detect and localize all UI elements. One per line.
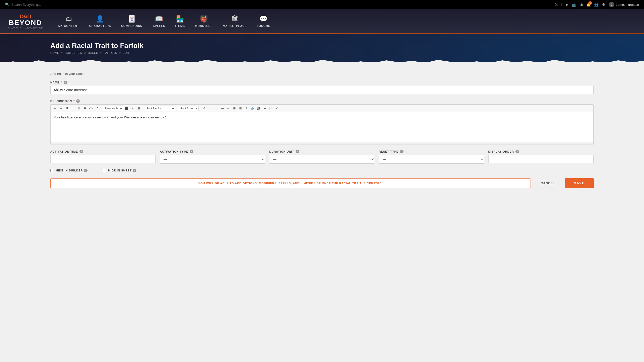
activation-time-input[interactable] <box>50 155 156 163</box>
breadcrumb-sep2: // <box>84 51 86 54</box>
settings-icon[interactable]: ⚙ <box>602 3 605 7</box>
display-order-info[interactable]: ? <box>515 150 519 153</box>
breadcrumb-races[interactable]: RACES <box>88 51 98 54</box>
reset-type-info[interactable]: ? <box>400 150 404 153</box>
breadcrumb-edit[interactable]: EDIT <box>123 51 130 54</box>
undo-button[interactable]: ↩ <box>52 106 58 111</box>
bold-button[interactable]: B <box>64 106 70 111</box>
items-icon: 🏪 <box>176 15 184 23</box>
font-family-select[interactable]: Font Family Arial Times New Roman <box>144 106 175 111</box>
redo-button[interactable]: ↪ <box>58 106 64 111</box>
nav-item-marketplace[interactable]: 🏛 MARKETPLACE <box>218 9 252 34</box>
hide-in-builder-label[interactable]: HIDE IN BUILDER ? <box>56 169 88 172</box>
special-button[interactable]: ! <box>244 106 249 111</box>
reset-type-label: RESET TYPE ? <box>379 150 484 153</box>
nav-item-monsters[interactable]: 👹 MONSTERS <box>190 9 218 34</box>
duration-unit-select[interactable]: — <box>269 155 375 164</box>
name-info-icon[interactable]: ? <box>64 81 67 84</box>
unordered-list-button[interactable]: ≔ <box>208 106 213 111</box>
duration-unit-info[interactable]: ? <box>296 150 299 153</box>
font-size-select[interactable]: Font Sizes 8 10 12 14 16 <box>178 106 199 111</box>
blockquote-button[interactable]: ❝ <box>94 106 100 111</box>
clear-button[interactable]: ✕ <box>274 106 279 111</box>
strikethrough-button[interactable]: S <box>82 106 88 111</box>
hero-section: Add a Racial Trait to Farfolk HOME // HO… <box>0 34 644 62</box>
breadcrumb-homebrew[interactable]: HOMEBREW <box>65 51 82 54</box>
youtube-icon[interactable]: ▶ <box>566 3 569 7</box>
font-color-button[interactable]: A̲ <box>202 106 207 111</box>
description-required: * <box>73 100 75 103</box>
activation-type-label: ACTIVATION TYPE ? <box>160 150 265 153</box>
hide-in-builder-checkbox[interactable] <box>50 169 54 172</box>
spells-icon: 📖 <box>155 15 163 23</box>
toolbar-separator-2 <box>143 106 143 111</box>
main-content: Add traits to your Race. NAME * ? DESCRI… <box>0 67 644 218</box>
hide-sheet-info[interactable]: ? <box>133 169 136 172</box>
notification-icon[interactable]: 🔔 1 <box>586 3 591 7</box>
nav-label-monsters: MONSTERS <box>195 24 213 27</box>
align-left-button[interactable]: ≡ <box>130 106 135 111</box>
display-order-input[interactable] <box>488 155 594 163</box>
search-icon: 🔍 <box>5 3 9 7</box>
display-order-group: DISPLAY ORDER ? <box>488 150 594 164</box>
top-icons: 𝕏 f ▶ 📺 ◉ 🔔 1 👥 ⚙ J JamesIntrocaso <box>555 2 639 7</box>
nav-item-my-content[interactable]: 🗂 MY CONTENT <box>53 9 84 34</box>
nav-item-forums[interactable]: 💬 FORUMS <box>252 9 275 34</box>
breadcrumb-sep3: // <box>100 51 102 54</box>
search-input[interactable] <box>11 3 67 7</box>
breadcrumb-farfolk[interactable]: FARFOLK <box>104 51 117 54</box>
italic-button[interactable]: I <box>70 106 76 111</box>
image-button[interactable]: 🖼 <box>256 106 261 111</box>
code-button[interactable]: </> <box>88 106 94 111</box>
toolbar-separator-4 <box>200 106 200 111</box>
ordered-list-button[interactable]: ≔ <box>214 106 219 111</box>
duration-unit-group: DURATION UNIT ? — <box>269 150 375 164</box>
paragraph-select[interactable]: Paragraph Heading 1 Heading 2 Heading 3 <box>103 106 123 111</box>
align-center-button[interactable]: ⊞ <box>136 106 141 111</box>
notification-badge: 1 <box>588 1 592 5</box>
activation-type-info[interactable]: ? <box>190 150 193 153</box>
hide-in-sheet-label[interactable]: HIDE IN SHEET ? <box>108 169 136 172</box>
friends-icon[interactable]: 👥 <box>594 3 598 7</box>
cancel-button[interactable]: CANCEL <box>536 179 560 188</box>
display-order-label: DISPLAY ORDER ? <box>488 150 594 153</box>
ddb-logo[interactable]: D&D BEYOND PLAY WITH ADVANTAGE <box>8 14 43 29</box>
top-bar: 🔍 𝕏 f ▶ 📺 ◉ 🔔 1 👥 ⚙ J JamesIntrocaso <box>0 0 644 9</box>
reset-type-select[interactable]: — <box>379 155 484 164</box>
nav-item-characters[interactable]: 👤 CHARACTERS <box>84 9 116 34</box>
breadcrumb-home[interactable]: HOME <box>50 51 59 54</box>
link-button[interactable]: 🔗 <box>250 106 255 111</box>
underline-button[interactable]: U <box>76 106 82 111</box>
description-info-icon[interactable]: ? <box>76 99 80 103</box>
source-button[interactable]: 📄 <box>268 106 273 111</box>
nav-item-compendium[interactable]: 🃏 COMPENDIUM <box>116 9 148 34</box>
table-button[interactable]: ⊞ <box>232 106 237 111</box>
circle-icon[interactable]: ◉ <box>580 3 583 7</box>
nav-item-spells[interactable]: 📖 SPELLS <box>148 9 170 34</box>
info-message-box: YOU WILL BE ABLE TO ADD OPTIONS, MODIFIE… <box>50 178 531 188</box>
indent-button[interactable]: — <box>220 106 225 111</box>
table2-button[interactable]: ⊟ <box>238 106 243 111</box>
hide-in-builder-group: HIDE IN BUILDER ? <box>50 169 88 172</box>
my-content-icon: 🗂 <box>65 15 72 23</box>
activation-time-info[interactable]: ? <box>79 150 83 153</box>
align-icon[interactable]: ⬛ <box>124 106 129 111</box>
forums-icon: 💬 <box>259 15 268 23</box>
save-button[interactable]: SAVE <box>565 178 594 188</box>
name-input[interactable] <box>50 86 594 94</box>
user-menu[interactable]: J JamesIntrocaso <box>609 2 639 7</box>
hide-in-sheet-group: HIDE IN SHEET ? <box>103 169 136 172</box>
highlight-button[interactable]: ✏ <box>226 106 231 111</box>
twitter-icon[interactable]: 𝕏 <box>555 3 558 7</box>
description-body[interactable]: Your Intelligence score increases by 2, … <box>51 112 593 143</box>
activation-type-select[interactable]: — <box>160 155 265 164</box>
twitch-icon[interactable]: 📺 <box>572 3 576 7</box>
video-button[interactable]: ▶ <box>262 106 267 111</box>
subtitle: Add traits to your Race. <box>50 72 594 76</box>
page-title: Add a Racial Trait to Farfolk <box>50 42 594 50</box>
editor-resize-handle[interactable] <box>51 143 593 145</box>
nav-item-items[interactable]: 🏪 ITEMS <box>170 9 190 34</box>
hide-builder-info[interactable]: ? <box>84 169 88 172</box>
facebook-icon[interactable]: f <box>561 3 562 7</box>
hide-in-sheet-checkbox[interactable] <box>103 169 106 172</box>
